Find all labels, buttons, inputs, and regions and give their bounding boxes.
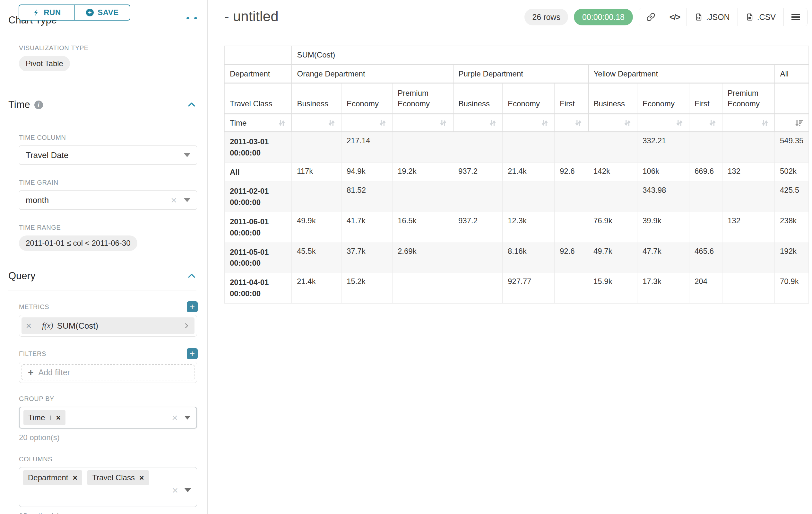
metric-header: SUM(Cost)	[292, 46, 809, 64]
pivot-cell: 192k	[775, 243, 809, 273]
pivot-cell	[453, 132, 502, 163]
sort-header[interactable]	[342, 114, 393, 132]
metrics-label: METRICS	[19, 303, 197, 310]
pivot-cell: 39.9k	[637, 212, 689, 243]
caret-down-icon	[184, 488, 191, 492]
columns-chip-label: Department	[28, 473, 68, 482]
chevron-up-icon[interactable]	[187, 271, 196, 281]
add-filter-button[interactable]	[187, 348, 198, 359]
time-grain-value: month	[26, 195, 171, 205]
sort-header[interactable]	[689, 114, 722, 132]
sort-icon[interactable]	[378, 118, 387, 128]
time-section-header[interactable]: Time	[8, 99, 196, 110]
pivot-cell: 549.35	[775, 132, 809, 163]
share-link-button[interactable]	[639, 8, 663, 26]
sort-icon[interactable]	[540, 118, 549, 128]
remove-chip-icon[interactable]	[56, 414, 61, 422]
sort-icon[interactable]	[327, 118, 336, 128]
pivot-cell	[292, 132, 342, 163]
pivot-cell	[689, 132, 722, 163]
pivot-cell	[722, 182, 775, 212]
remove-chip-icon[interactable]	[72, 474, 77, 482]
sort-icon[interactable]	[623, 118, 632, 128]
row-count-badge: 26 rows	[524, 9, 568, 25]
export-csv-button[interactable]: .CSV	[737, 8, 783, 26]
add-metric-button[interactable]	[187, 301, 198, 312]
sort-icon[interactable]	[760, 118, 769, 128]
menu-button[interactable]	[783, 8, 807, 26]
sort-header[interactable]	[393, 114, 453, 132]
metric-chip[interactable]: f(x) SUM(Cost)	[22, 317, 195, 334]
chevron-right-icon[interactable]	[178, 317, 195, 334]
sort-header[interactable]	[555, 114, 588, 132]
pivot-cell: 204	[689, 273, 722, 304]
remove-chip-icon[interactable]	[139, 474, 144, 482]
pivot-cell: 217.14	[342, 132, 393, 163]
query-section-header[interactable]: Query	[8, 270, 196, 282]
view-query-button[interactable]: </>	[663, 8, 687, 26]
sort-icon[interactable]	[675, 118, 684, 128]
pivot-cell: 92.6	[555, 243, 588, 273]
clear-icon[interactable]	[172, 485, 178, 495]
caret-down-icon	[184, 416, 191, 420]
pivot-cell	[502, 132, 555, 163]
time-column-select[interactable]: Travel Date	[19, 145, 197, 165]
run-button[interactable]: RUN	[19, 5, 75, 20]
travel-class-header: First	[555, 83, 588, 114]
chevron-up-icon[interactable]	[187, 100, 196, 110]
sort-icon[interactable]	[277, 118, 286, 128]
viz-type-label: VISUALIZATION TYPE	[19, 44, 197, 52]
chart-title[interactable]: - untitled	[224, 8, 279, 24]
sort-icon[interactable]	[708, 118, 717, 128]
pivot-cell	[292, 182, 342, 212]
sort-header[interactable]	[637, 114, 689, 132]
pivot-cell	[689, 182, 722, 212]
row-label: All	[225, 163, 292, 182]
chart-panel: - untitled 26 rows 00:00:00.18 </> .JSON…	[208, 0, 812, 514]
pivot-cell: 238k	[775, 212, 809, 243]
sort-header[interactable]	[502, 114, 555, 132]
sort-header[interactable]	[588, 114, 637, 132]
row-label: 2011-04-01 00:00:00	[225, 273, 292, 304]
sort-desc-icon[interactable]	[794, 118, 803, 128]
group-by-chip[interactable]: Time	[23, 410, 65, 425]
pivot-cell: 92.6	[555, 163, 588, 182]
sort-icon[interactable]	[488, 118, 497, 128]
clear-icon[interactable]	[171, 195, 177, 205]
save-button[interactable]: SAVE	[75, 5, 130, 20]
pivot-cell	[393, 182, 453, 212]
divider	[8, 119, 196, 119]
file-json-icon	[695, 13, 703, 21]
pivot-cell	[502, 182, 555, 212]
link-icon	[646, 12, 656, 22]
pivot-cell: 8.16k	[502, 243, 555, 273]
export-json-button[interactable]: .JSON	[687, 8, 737, 26]
pivot-cell	[555, 212, 588, 243]
sort-header[interactable]	[453, 114, 502, 132]
remove-metric-icon[interactable]	[22, 317, 36, 334]
sort-header[interactable]	[292, 114, 342, 132]
group-by-options-hint: 20 option(s)	[19, 433, 197, 442]
export-csv-label: .CSV	[757, 12, 776, 22]
sort-header[interactable]	[775, 114, 809, 132]
time-grain-select[interactable]: month	[19, 190, 197, 210]
columns-select[interactable]: Department Travel Class	[19, 467, 197, 507]
row-dimension-sort-header[interactable]: Time	[225, 114, 292, 132]
add-filter-dropzone[interactable]: Add filter	[22, 364, 195, 380]
sort-header[interactable]	[722, 114, 775, 132]
time-range-pill[interactable]: 2011-01-01 ≤ col < 2011-06-30	[19, 236, 137, 251]
viz-type-pill[interactable]: Pivot Table	[19, 56, 70, 71]
function-icon: f(x)	[42, 321, 53, 330]
metric-name: SUM(Cost)	[57, 321, 178, 331]
clear-icon[interactable]	[172, 412, 178, 423]
group-by-select[interactable]: Time	[19, 407, 197, 429]
columns-chip[interactable]: Department	[23, 470, 82, 485]
sort-icon[interactable]	[439, 118, 448, 128]
collapse-chevron-clipped-icon	[186, 17, 190, 19]
travel-class-header: First	[689, 83, 722, 114]
columns-chip[interactable]: Travel Class	[87, 470, 149, 485]
metrics-box: f(x) SUM(Cost)	[19, 315, 197, 337]
sort-icon[interactable]	[574, 118, 583, 128]
pivot-cell: 2.69k	[393, 243, 453, 273]
pivot-cell	[453, 273, 502, 304]
